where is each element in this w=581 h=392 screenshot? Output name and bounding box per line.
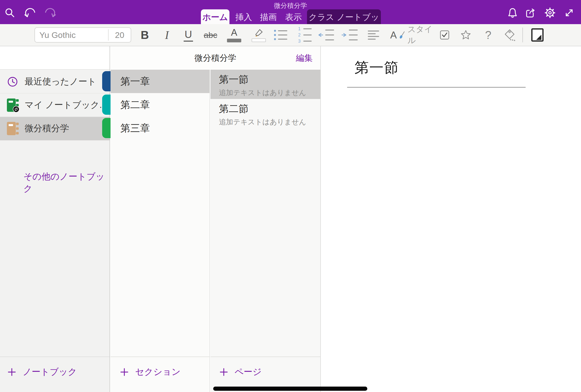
page-title: 第二節	[219, 103, 320, 114]
numbered-list-icon[interactable]: 1 2 3	[297, 24, 312, 46]
section-color-tab	[102, 118, 110, 138]
page-subtitle: 追加テキストはありません	[219, 88, 320, 98]
add-page-button[interactable]: ページ	[219, 366, 262, 378]
notebook-panel-title: 微分積分学	[110, 46, 320, 70]
toolbar-divider	[523, 28, 523, 42]
edit-button[interactable]: 編集	[296, 46, 313, 70]
highlighter-button[interactable]	[251, 24, 267, 46]
plus-icon	[7, 368, 16, 376]
indent-icon[interactable]	[342, 24, 357, 46]
font-size-value[interactable]: 20	[108, 28, 131, 42]
sidebar-item-label: 最近使ったノート	[25, 76, 96, 88]
add-section-label: セクション	[135, 366, 180, 378]
tab-home[interactable]: ホーム	[201, 9, 229, 24]
section-name: 第三章	[120, 122, 150, 134]
top-app-bar: 微分積分学 ホーム 挿入 描画 表示 クラス ノ	[0, 0, 581, 24]
plus-icon	[120, 368, 129, 376]
add-notebook-label: ノートブック	[23, 366, 77, 378]
sidebar-item-calculus-notebook[interactable]: 微分積分学	[0, 117, 109, 140]
font-color-swatch	[227, 39, 241, 42]
notifications-icon[interactable]	[506, 6, 519, 19]
notebook-icon	[7, 122, 19, 135]
ribbon-tab-bar: ホーム 挿入 描画 表示 クラス ノートブック	[0, 9, 581, 24]
question-tag-icon[interactable]: ?	[481, 24, 495, 46]
notebooks-header	[0, 46, 109, 70]
notebooks-list: 最近使ったノート	[0, 70, 109, 140]
section-color-tab	[102, 94, 110, 115]
sections-footer: セクション	[110, 356, 209, 392]
add-page-label: ページ	[235, 366, 262, 378]
onenote-app-window: 微分積分学 ホーム 挿入 描画 表示 クラス ノ	[0, 0, 581, 392]
notebook-panel-header: 微分積分学 編集	[110, 46, 321, 70]
page-subtitle: 追加テキストはありません	[219, 117, 320, 127]
todo-tag-icon[interactable]	[438, 24, 452, 46]
section-name: 第二章	[120, 99, 150, 110]
expand-icon[interactable]	[563, 6, 576, 19]
settings-icon[interactable]	[544, 6, 556, 19]
font-color-button[interactable]: A	[226, 24, 242, 46]
sync-icon	[13, 106, 19, 112]
tab-draw[interactable]: 描画	[257, 9, 279, 24]
more-notebooks-link[interactable]: その他のノートブック	[23, 171, 109, 195]
bold-button[interactable]: B	[138, 24, 152, 46]
sections-list: 第一章 第二章 第三章 セクション	[110, 70, 210, 392]
italic-button[interactable]: I	[160, 24, 174, 46]
underline-button[interactable]: U	[181, 24, 195, 46]
notebook-icon	[7, 98, 19, 112]
page-editor-title[interactable]: 第一節	[355, 58, 399, 77]
sidebar-item-label: マイ ノートブック...	[25, 99, 107, 111]
hide-panels-icon[interactable]	[530, 24, 545, 46]
outdent-icon[interactable]	[318, 24, 334, 46]
page-row-section-2[interactable]: 第二節 追加テキストはありません	[210, 99, 320, 128]
notebooks-footer: ノートブック	[0, 356, 109, 392]
brush-icon	[399, 30, 405, 40]
section-row-chapter-2[interactable]: 第二章	[110, 93, 209, 116]
bullet-list-icon[interactable]	[273, 24, 289, 46]
add-notebook-button[interactable]: ノートブック	[7, 366, 77, 378]
window-title: 微分積分学	[0, 1, 581, 10]
page-title: 第一節	[219, 74, 320, 85]
format-toolbar: Yu Gothic 20 B I U abc A	[0, 24, 581, 46]
styles-button[interactable]: A スタイル	[390, 24, 434, 46]
sidebar-item-recent-notes[interactable]: 最近使ったノート	[0, 70, 109, 94]
add-section-button[interactable]: セクション	[120, 366, 180, 378]
section-color-tab	[102, 71, 110, 91]
plus-icon	[219, 368, 228, 376]
tab-class-notebook[interactable]: クラス ノートブック	[307, 9, 381, 24]
page-row-section-1[interactable]: 第一節 追加テキストはありません	[210, 70, 320, 99]
section-name: 第一章	[120, 76, 150, 87]
share-icon[interactable]	[524, 6, 537, 19]
content-area: 最近使ったノート	[0, 46, 581, 392]
more-tags-icon[interactable]	[502, 24, 518, 46]
section-row-chapter-3[interactable]: 第三章	[110, 116, 209, 140]
section-row-chapter-1[interactable]: 第一章	[110, 70, 209, 93]
tab-view[interactable]: 表示	[282, 9, 305, 24]
home-indicator-bar[interactable]	[213, 386, 367, 391]
page-editor-canvas[interactable]: 第一節	[321, 46, 581, 392]
important-tag-icon[interactable]	[459, 24, 473, 46]
highlight-color-swatch	[252, 38, 266, 42]
font-picker[interactable]: Yu Gothic 20	[34, 27, 131, 42]
strikethrough-button[interactable]: abc	[202, 24, 219, 46]
notebooks-sidebar: 最近使ったノート	[0, 46, 110, 392]
alignment-icon[interactable]	[366, 24, 381, 46]
page-title-rule	[347, 87, 526, 88]
sidebar-item-label: 微分積分学	[25, 122, 69, 134]
pages-list: 第一節 追加テキストはありません 第二節 追加テキストはありません ページ	[210, 70, 321, 392]
sidebar-item-my-notebook[interactable]: マイ ノートブック...	[0, 94, 109, 117]
clock-icon	[7, 75, 19, 88]
font-name-value[interactable]: Yu Gothic	[35, 28, 108, 42]
tab-insert[interactable]: 挿入	[233, 9, 255, 24]
